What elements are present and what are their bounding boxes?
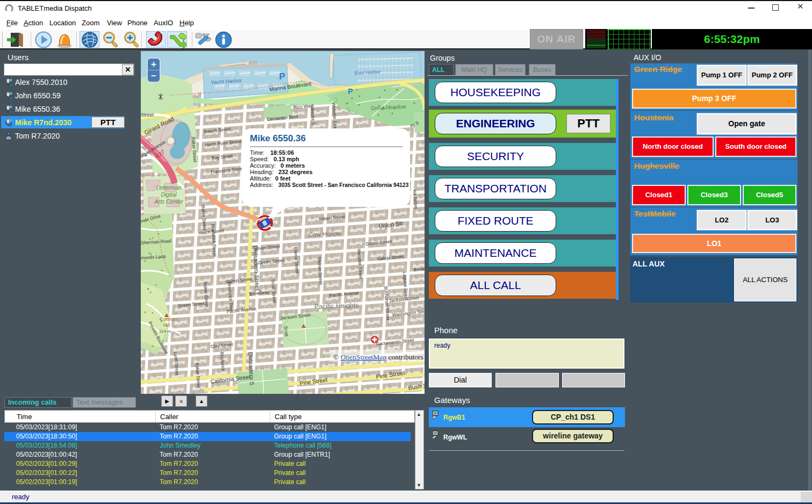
svg-text:Accuracy:: Accuracy:: [250, 162, 276, 169]
svg-text:232 degrees: 232 degrees: [278, 169, 313, 175]
svg-text:0 meters: 0 meters: [281, 162, 305, 169]
svg-text:3035 Scott Street - San Franci: 3035 Scott Street - San Francisco Califo…: [278, 182, 409, 188]
svg-text:Letterman: Letterman: [156, 184, 181, 191]
svg-text:Arts Center: Arts Center: [154, 198, 183, 205]
svg-text:Scott: Scott: [283, 326, 289, 337]
svg-text:Pacific Heights: Pacific Heights: [314, 301, 359, 311]
svg-text:Hill: Hill: [163, 322, 170, 328]
svg-text:Speed:: Speed:: [250, 156, 269, 162]
svg-text:114 m: 114 m: [159, 329, 171, 334]
svg-text:18:55:06: 18:55:06: [270, 149, 294, 156]
svg-text:Heading:: Heading:: [250, 169, 274, 175]
svg-text:Broad: Broad: [413, 266, 425, 272]
svg-text:0.13 mph: 0.13 mph: [274, 156, 299, 162]
svg-text:Cannon: Cannon: [160, 316, 177, 322]
svg-text:© OpenStreetMap contributors: © OpenStreetMap contributors: [333, 353, 423, 361]
svg-text:P: P: [348, 87, 353, 96]
svg-text:Mike 6550.36: Mike 6550.36: [250, 133, 306, 143]
svg-text:0 feet: 0 feet: [275, 175, 291, 182]
svg-text:Time:: Time:: [250, 149, 264, 156]
svg-text:Altitude:: Altitude:: [250, 175, 271, 182]
svg-text:Street: Street: [141, 112, 154, 118]
svg-text:P: P: [279, 71, 285, 82]
svg-text:Digital: Digital: [161, 191, 177, 198]
svg-text:Address:: Address:: [250, 182, 273, 188]
